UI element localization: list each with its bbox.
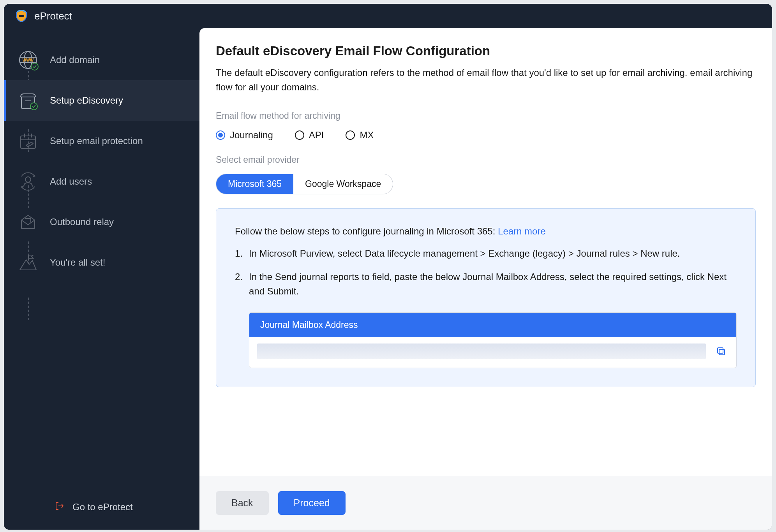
svg-rect-0	[19, 15, 24, 17]
radio-journaling[interactable]: Journaling	[216, 130, 273, 141]
sidebar-item-label: Setup email protection	[50, 136, 143, 146]
app-name: eProtect	[34, 10, 72, 22]
step-2: 2.In the Send journal reports to field, …	[235, 270, 737, 298]
radio-icon	[295, 130, 304, 140]
provider-microsoft-365[interactable]: Microsoft 365	[216, 174, 293, 194]
svg-point-8	[30, 103, 37, 110]
user-sync-icon	[17, 171, 39, 192]
sidebar-item-add-users[interactable]: Add users	[4, 161, 199, 202]
svg-rect-15	[719, 349, 725, 355]
radio-api[interactable]: API	[295, 130, 324, 141]
learn-more-link[interactable]: Learn more	[498, 226, 546, 236]
sidebar: WWW Add domain Set	[4, 28, 199, 530]
sidebar-item-label: Setup eDiscovery	[50, 95, 123, 106]
radio-icon	[346, 130, 355, 140]
info-heading: Follow the below steps to configure jour…	[235, 226, 737, 237]
go-to-eprotect-link[interactable]: Go to eProtect	[4, 501, 199, 513]
exit-icon	[55, 501, 65, 513]
journal-mailbox-card: Journal Mailbox Address	[249, 312, 737, 368]
page-title: Default eDiscovery Email Flow Configurat…	[216, 44, 756, 58]
back-button[interactable]: Back	[216, 491, 269, 515]
svg-point-13	[25, 177, 31, 182]
globe-icon: WWW	[17, 49, 39, 71]
go-link-label: Go to eProtect	[72, 502, 133, 513]
sidebar-item-label: Add domain	[50, 55, 100, 65]
journal-mailbox-header: Journal Mailbox Address	[249, 313, 736, 337]
step-1: 1.In Microsoft Purview, select Data life…	[235, 246, 737, 261]
sidebar-item-setup-ediscovery[interactable]: Setup eDiscovery	[4, 80, 199, 121]
svg-text:WWW: WWW	[23, 58, 34, 62]
main-panel: Default eDiscovery Email Flow Configurat…	[199, 28, 772, 530]
radio-label: MX	[360, 130, 374, 141]
radio-label: Journaling	[230, 130, 273, 141]
radio-label: API	[309, 130, 324, 141]
envelope-open-icon	[17, 211, 39, 233]
sidebar-item-add-domain[interactable]: WWW Add domain	[4, 40, 199, 80]
info-panel: Follow the below steps to configure jour…	[216, 208, 756, 387]
sidebar-item-label: Outbound relay	[50, 217, 114, 227]
footer: Back Proceed	[199, 476, 772, 530]
journal-mailbox-address-field[interactable]	[257, 344, 706, 359]
app-logo-icon	[15, 9, 28, 23]
provider-toggle: Microsoft 365 Google Workspace	[216, 174, 393, 194]
provider-google-workspace[interactable]: Google Workspace	[293, 174, 393, 194]
sidebar-item-setup-email-protection[interactable]: Setup email protection	[4, 121, 199, 161]
provider-label: Select email provider	[216, 155, 756, 165]
sidebar-item-outbound-relay[interactable]: Outbound relay	[4, 202, 199, 242]
svg-point-6	[31, 63, 38, 70]
copy-button[interactable]	[714, 344, 728, 359]
calendar-edit-icon	[17, 130, 39, 152]
sidebar-item-all-set[interactable]: You're all set!	[4, 242, 199, 283]
archive-icon	[17, 90, 39, 111]
page-description: The default eDiscovery configuration ref…	[216, 65, 756, 94]
svg-rect-16	[718, 348, 723, 353]
proceed-button[interactable]: Proceed	[278, 491, 346, 515]
titlebar: eProtect	[4, 4, 772, 28]
mountain-flag-icon	[17, 252, 39, 273]
radio-icon	[216, 130, 225, 140]
sidebar-item-label: You're all set!	[50, 257, 105, 268]
copy-icon	[716, 346, 726, 356]
radio-mx[interactable]: MX	[346, 130, 374, 141]
sidebar-item-label: Add users	[50, 176, 92, 187]
flow-method-label: Email flow method for archiving	[216, 111, 756, 121]
